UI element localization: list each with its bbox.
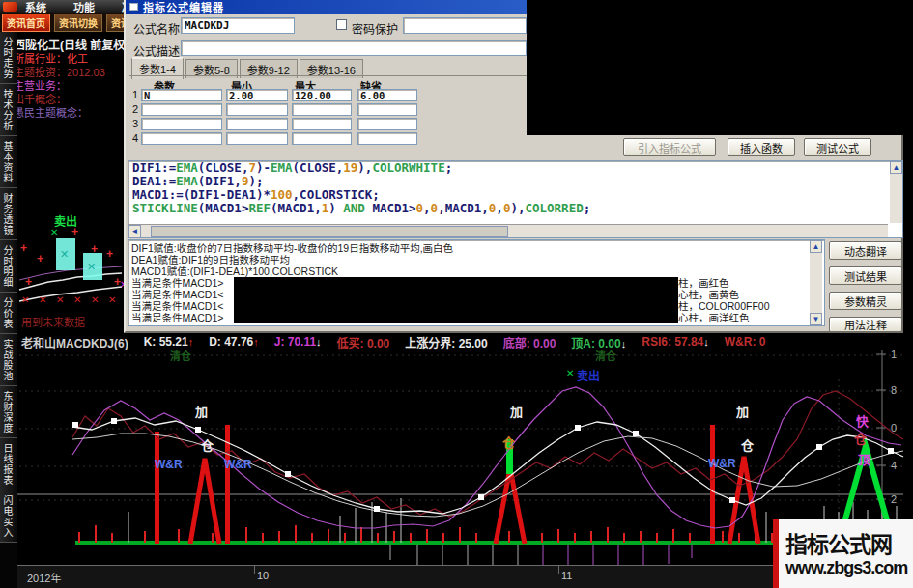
plus-mark: +	[25, 275, 32, 289]
news-tab[interactable]: 资讯	[106, 14, 124, 32]
red-signal-bar	[155, 432, 159, 544]
translation-line: 当满足条件MACD1<柱，COLOR00FF00	[131, 300, 824, 312]
sidebar-tab-闪电买入[interactable]: 闪电买入	[0, 490, 17, 543]
code-token: COLORRED	[525, 201, 583, 215]
scroll-down-icon[interactable]: ▼	[810, 313, 822, 325]
sidebar-tab-分时明细[interactable]: 分时明细	[0, 240, 17, 293]
chart-label: 加	[735, 405, 749, 419]
code-token: EMA	[176, 160, 198, 175]
code-token: ),	[510, 201, 525, 215]
sidebar-tab-分时走势[interactable]: 分时走势	[0, 32, 17, 84]
formula-desc-input[interactable]	[181, 40, 527, 56]
param-cell[interactable]	[226, 103, 288, 116]
code-line: STICKLINE(MACD1>REF(MACD1,1) AND MACD1>0…	[128, 202, 902, 215]
param-cell[interactable]: 6.00	[357, 89, 417, 101]
code-token: REF	[248, 201, 271, 215]
translation-prefix: 当满足条件MACD1<	[131, 300, 234, 312]
dialog-title: 指标公式编辑器	[143, 0, 224, 14]
sidebar-tab-财务透镜[interactable]: 财务透镜	[0, 188, 17, 240]
param-cell[interactable]	[357, 118, 417, 130]
right-edge-strip	[903, 0, 913, 333]
chart-label: W&R	[708, 457, 736, 470]
scrollbar-thumb[interactable]	[151, 226, 508, 237]
param-cell[interactable]	[357, 103, 417, 116]
censored-region	[527, 0, 913, 135]
app-logo-icon	[3, 2, 17, 12]
background-mini-chart: ✕✕+++++++✕✕✕✕✕✕✕✕卖出用到未来数据	[17, 212, 124, 350]
param-cell[interactable]	[292, 132, 352, 145]
code-token: )-	[256, 160, 271, 175]
chart-label: 仓	[740, 438, 755, 453]
param-cell[interactable]	[357, 132, 417, 145]
translation-suffix: 柱，画红色	[678, 277, 729, 289]
code-line: MACD1:=(DIF1-DEA1)*100,COLORSTICK;	[128, 188, 902, 202]
password-checkbox[interactable]	[336, 19, 347, 30]
code-horizontal-scrollbar[interactable]: ◄	[128, 224, 888, 237]
menu-item-功能[interactable]: 功能	[73, 2, 95, 14]
sidebar-tab-技术分析[interactable]: 技术分析	[0, 84, 17, 136]
menu-item-系统[interactable]: 系统	[25, 2, 46, 14]
param-cell[interactable]	[141, 103, 222, 116]
x-mark: ✕	[91, 294, 99, 305]
sidebar-tab-东财深度[interactable]: 东财深度	[0, 386, 17, 438]
indicator-value: RSI6: 57.84↓	[642, 335, 709, 349]
formula-translation-panel: DIF1赋值:收盘价的7日指数移动平均-收盘价的19日指数移动平均,画白色DEA…	[128, 239, 825, 326]
import-formula-button[interactable]: 引入指标公式	[623, 138, 716, 156]
param-cell[interactable]: 2.00	[226, 89, 288, 101]
future-data-warning: 用到未来数据	[21, 316, 85, 328]
insert-function-button[interactable]: 插入函数	[728, 138, 795, 156]
y-axis-label: 2	[891, 493, 897, 505]
code-token: STICKLINE	[132, 201, 198, 215]
sidebar-tab-实战股池[interactable]: 实战股池	[0, 334, 17, 386]
param-cell[interactable]	[226, 118, 288, 130]
stock-info-line: 出千概念：	[14, 93, 124, 106]
param-cell[interactable]	[292, 103, 352, 116]
scroll-left-icon[interactable]: ◄	[128, 225, 141, 238]
news-tab[interactable]: 资讯首页	[2, 14, 50, 32]
code-token: EMA	[271, 160, 293, 175]
chart-label: 仓	[853, 432, 868, 446]
side-button-用法注释[interactable]: 用法注释	[829, 317, 902, 332]
param-cell[interactable]: 120.00	[292, 89, 352, 101]
news-tab[interactable]: 资讯切换	[54, 14, 102, 32]
param-cell[interactable]: N	[141, 89, 222, 101]
translation-scrollbar[interactable]: ▲ ▼	[810, 240, 822, 325]
formula-name-input[interactable]	[181, 17, 295, 34]
side-button-参数精灵[interactable]: 参数精灵	[829, 292, 902, 310]
x-axis-label: 11	[561, 570, 572, 581]
side-button-动态翻译[interactable]: 动态翻译	[829, 241, 902, 260]
formula-name-label: 公式名称	[133, 20, 180, 37]
password-label: 密码保护	[352, 20, 398, 37]
code-vertical-scrollbar[interactable]: ▲	[890, 161, 902, 223]
sidebar-tab-日线报表[interactable]: 日线报表	[0, 438, 17, 490]
sidebar-tab-基本资料[interactable]: 基本资料	[0, 136, 17, 188]
code-token: ,COLORSTICK;	[293, 187, 380, 202]
x-mark: ✕	[39, 294, 46, 305]
param-cell[interactable]	[292, 118, 352, 130]
param-cell[interactable]	[226, 132, 288, 145]
y-axis-label: 8	[891, 384, 897, 396]
translation-prefix: 当满足条件MACD1<	[131, 289, 234, 300]
scroll-up-icon[interactable]: ▲	[810, 240, 822, 253]
scroll-up-icon[interactable]: ▲	[890, 161, 902, 174]
test-formula-button[interactable]: 测试公式	[804, 138, 871, 156]
chart-label: W&R	[224, 458, 252, 471]
row-number: 2	[132, 103, 138, 115]
sidebar-tab-分价表[interactable]: 分价表	[0, 293, 17, 334]
curve-marker	[888, 448, 894, 454]
side-button-测试结果[interactable]: 测试结果	[829, 266, 902, 285]
row-number: 1	[132, 89, 138, 100]
param-cell[interactable]	[141, 118, 222, 130]
curve-marker	[478, 494, 484, 500]
translation-prefix: 当满足条件MACD1>	[131, 312, 234, 323]
indicator-value: J: 70.11↓	[274, 335, 322, 349]
chart-label: 卖出	[577, 369, 600, 383]
x-mark: ✕	[87, 261, 96, 272]
translation-line: DIF1赋值:收盘价的7日指数移动平均-收盘价的19日指数移动平均,画白色	[131, 242, 824, 254]
curve-marker	[575, 425, 581, 431]
password-input[interactable]	[403, 17, 527, 34]
trend-arrow-icon: ↓	[621, 338, 627, 350]
app-window: 系统功能决策 资讯首页资讯切换资讯 西陇化工(日线 前复权)所属行业：化工主题投…	[0, 0, 913, 588]
code-token: ;	[584, 201, 591, 215]
param-cell[interactable]	[141, 132, 222, 145]
